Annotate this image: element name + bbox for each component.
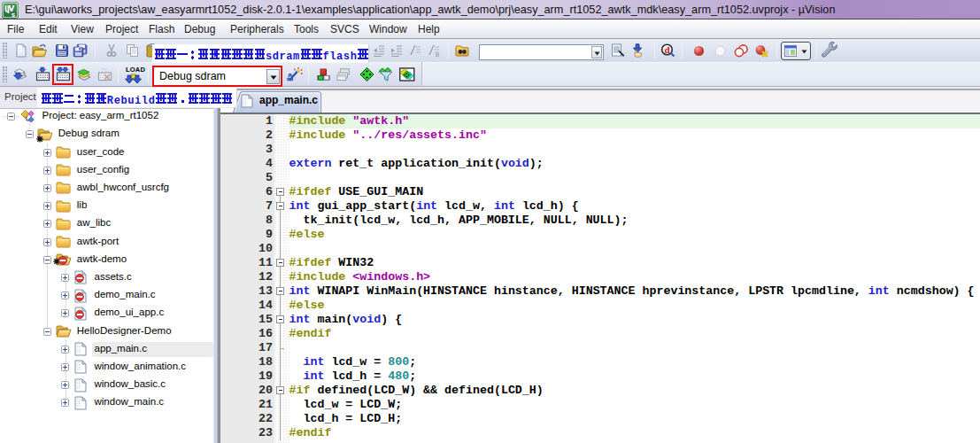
svg-text:s: s	[12, 11, 16, 19]
svg-text:d: d	[665, 44, 670, 55]
